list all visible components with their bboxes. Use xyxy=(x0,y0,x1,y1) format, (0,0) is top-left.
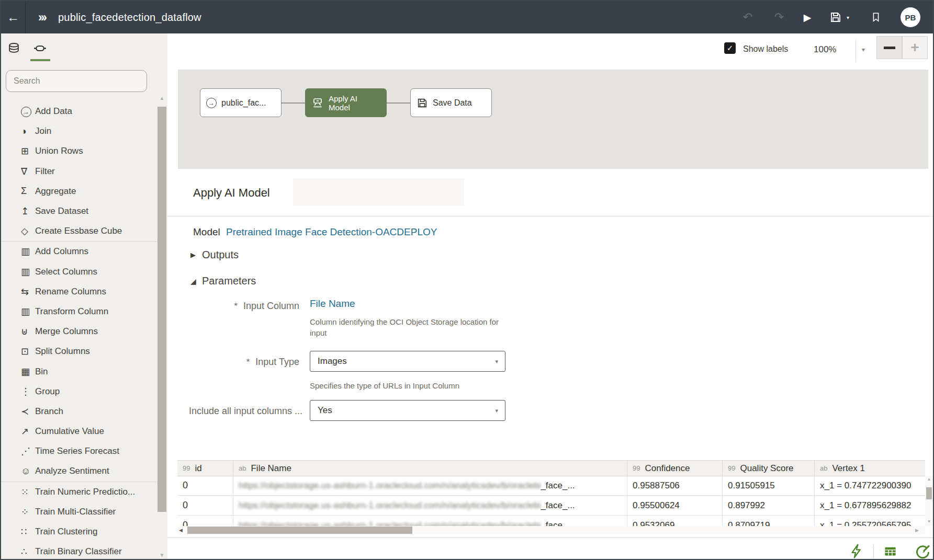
sidebar-item-merge-columns[interactable]: ⊎Merge Columns xyxy=(1,322,156,341)
sidebar-item-aggregate[interactable]: ΣAggregate xyxy=(1,181,156,201)
file-name-suffix: _face xyxy=(541,520,562,527)
column-header-confidence[interactable]: 99Confidence xyxy=(627,461,723,476)
sidebar-item-label: Join xyxy=(35,126,51,136)
scroll-down-icon[interactable]: ▼ xyxy=(157,552,166,558)
cell-id: 0 xyxy=(177,516,233,526)
sidebar-item-rename-columns[interactable]: ⇆Rename Columns xyxy=(1,282,156,302)
blurred-url-text: https://objectstorage.us-ashburn-1.oracl… xyxy=(239,500,541,511)
table-row[interactable]: 0https://objectstorage.us-ashburn-1.orac… xyxy=(177,476,925,496)
vertical-scrollbar-thumb[interactable] xyxy=(926,487,932,499)
tab-steps[interactable] xyxy=(33,42,47,55)
show-labels-checkbox[interactable]: ✓ xyxy=(724,42,736,54)
scroll-up-icon[interactable]: ▲ xyxy=(157,95,166,101)
column-header-quality-score[interactable]: 99Quality Score xyxy=(723,461,815,476)
train-binary-classifier-icon: ∴ xyxy=(21,546,35,557)
refresh-data-lightning-icon[interactable] xyxy=(849,543,864,559)
sidebar-item-union-rows[interactable]: ⊞Union Rows xyxy=(1,141,156,161)
sidebar-item-filter[interactable]: ∇Filter xyxy=(1,162,156,181)
bookmark-icon[interactable] xyxy=(869,10,883,24)
table-vertical-scrollbar[interactable]: ▲ ▼ xyxy=(925,476,933,526)
column-header-label: File Name xyxy=(251,463,291,474)
sidebar-item-add-data[interactable]: →Add Data xyxy=(1,101,156,121)
sidebar-item-label: Merge Columns xyxy=(35,326,98,337)
sidebar-item-train-binary-classifier[interactable]: ∴Train Binary Classifier xyxy=(1,542,156,559)
sidebar-item-label: Train Numeric Predictio... xyxy=(35,487,135,497)
zoom-in-button[interactable]: + xyxy=(902,36,928,59)
merge-columns-icon: ⊎ xyxy=(21,326,35,337)
sidebar-item-analyze-sentiment[interactable]: ☺Analyze Sentiment xyxy=(1,461,156,481)
sidebar-scrollbar-thumb[interactable] xyxy=(157,107,166,512)
train-numeric-prediction-icon: ⁙ xyxy=(21,486,35,498)
sidebar-item-create-essbase-cube[interactable]: ◇Create Essbase Cube xyxy=(1,221,156,241)
outputs-section-toggle[interactable]: ▶ Outputs xyxy=(190,249,239,261)
sidebar-item-select-columns[interactable]: ▥Select Columns xyxy=(1,262,156,282)
undo-icon[interactable]: ↶ xyxy=(741,10,755,24)
back-button[interactable]: ← xyxy=(1,1,26,33)
sidebar-item-save-dataset[interactable]: ↥Save Dataset xyxy=(1,201,156,221)
split-columns-icon: ⊡ xyxy=(21,346,35,357)
save-dataset-icon: ↥ xyxy=(21,205,35,217)
sidebar-item-label: Bin xyxy=(35,367,48,377)
refresh-edit-icon[interactable] xyxy=(915,543,931,559)
redo-icon[interactable]: ↷ xyxy=(772,10,786,24)
column-header-id[interactable]: 99id xyxy=(177,461,233,476)
zoom-dropdown-caret-icon[interactable]: ▾ xyxy=(862,46,865,53)
cell-id: 0 xyxy=(177,496,233,515)
sidebar-item-train-multi-classifier[interactable]: ⁘Train Multi-Classifier xyxy=(1,502,156,522)
sidebar-scrollbar[interactable]: ▲ ▼ xyxy=(157,95,166,559)
sidebar-item-join[interactable]: ◑Join xyxy=(1,121,156,141)
parameters-section-toggle[interactable]: ◢ Parameters xyxy=(190,275,256,287)
node-connector xyxy=(387,102,410,104)
sidebar-item-train-numeric-predictio[interactable]: ⁙Train Numeric Predictio... xyxy=(1,482,156,502)
scroll-up-icon[interactable]: ▲ xyxy=(925,477,933,482)
bin-icon: ▦ xyxy=(21,366,35,378)
input-column-value-link[interactable]: File Name xyxy=(310,298,355,310)
minus-icon xyxy=(884,47,895,49)
avatar[interactable]: PB xyxy=(901,7,920,27)
flow-node-apply-ai-model[interactable]: Apply AI Model xyxy=(305,88,387,117)
active-tab-underline xyxy=(30,59,50,61)
table-row[interactable]: 0https://objectstorage.us-ashburn-1.orac… xyxy=(177,496,925,516)
data-preview-grid-icon[interactable] xyxy=(883,544,897,559)
sidebar-item-label: Split Columns xyxy=(35,346,90,357)
scroll-right-icon[interactable]: ▶ xyxy=(915,528,919,533)
flow-node-public-fac[interactable]: →public_fac... xyxy=(200,88,282,117)
sidebar-item-transform-column[interactable]: ▥Transform Column xyxy=(1,302,156,322)
scroll-left-icon[interactable]: ◀ xyxy=(179,528,183,533)
column-header-file-name[interactable]: abFile Name xyxy=(233,461,627,476)
save-icon[interactable] xyxy=(829,10,842,24)
horizontal-scrollbar-thumb[interactable] xyxy=(187,527,412,534)
cell-file-name: https://objectstorage.us-ashburn-1.oracl… xyxy=(233,496,627,515)
column-type-badge: 99 xyxy=(633,464,640,472)
sidebar-item-time-series-forecast[interactable]: ⋰Time Series Forecast xyxy=(1,441,156,461)
input-type-dropdown[interactable]: Images ▾ xyxy=(310,351,505,372)
sidebar-item-add-columns[interactable]: ▥Add Columns xyxy=(1,242,156,261)
sidebar-item-cumulative-value[interactable]: ↗Cumulative Value xyxy=(1,421,156,441)
dataflow-canvas[interactable]: →public_fac... Apply AI Model Save Data xyxy=(178,70,928,169)
sidebar-item-label: Add Data xyxy=(35,106,72,117)
model-link[interactable]: Pretrained Image Face Detection-OACDEPLO… xyxy=(226,226,437,238)
save-menu-caret-icon[interactable]: ▾ xyxy=(847,15,849,20)
sidebar-item-bin[interactable]: ▦Bin xyxy=(1,361,156,381)
flow-node-save-data[interactable]: Save Data xyxy=(410,88,492,117)
run-dataflow-icon[interactable]: ▶ xyxy=(801,10,814,24)
zoom-level-value[interactable]: 100% xyxy=(814,44,836,55)
step-subtitle-placeholder xyxy=(293,178,464,205)
include-all-label: Include all input columns ... xyxy=(167,406,302,417)
sidebar-item-split-columns[interactable]: ⊡Split Columns xyxy=(1,341,156,361)
scroll-down-icon[interactable]: ▼ xyxy=(925,519,933,524)
table-horizontal-scrollbar[interactable]: ◀ ▶ xyxy=(177,526,925,534)
column-header-vertex-1[interactable]: abVertex 1 xyxy=(815,461,925,476)
zoom-out-button[interactable] xyxy=(876,36,902,59)
include-all-dropdown[interactable]: Yes ▾ xyxy=(310,400,505,421)
transform-column-icon: ▥ xyxy=(21,306,35,317)
table-row[interactable]: 0https://objectstorage.us-ashburn-1.orac… xyxy=(177,516,925,526)
tab-data[interactable] xyxy=(7,42,21,55)
sidebar-item-train-clustering[interactable]: ∷Train Clustering xyxy=(1,522,156,542)
node-label: Save Data xyxy=(433,98,472,108)
sidebar-item-label: Train Clustering xyxy=(35,527,97,537)
search-input[interactable] xyxy=(6,70,147,92)
sidebar-item-group[interactable]: ⋮Group xyxy=(1,382,156,402)
sidebar-item-branch[interactable]: ≺Branch xyxy=(1,402,156,421)
sidebar-item-label: Branch xyxy=(35,406,63,417)
